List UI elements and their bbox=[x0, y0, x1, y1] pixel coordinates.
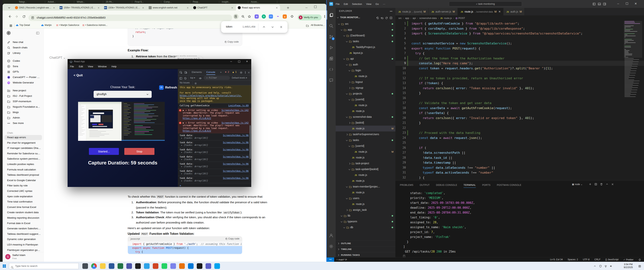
chat-item[interactable]: Convert time format Excel bbox=[4, 205, 42, 210]
status-item[interactable]: Spaces: 2 bbox=[568, 258, 578, 261]
breadcrumb-item[interactable]: api bbox=[412, 17, 416, 20]
taskbar-app-icon[interactable] bbox=[118, 263, 123, 269]
inspect-icon[interactable] bbox=[179, 70, 183, 74]
tab-close-icon[interactable] bbox=[97, 6, 100, 9]
panel-tab-ports[interactable]: PORTS bbox=[482, 184, 490, 186]
panel-tab-output[interactable]: OUTPUT bbox=[420, 184, 430, 186]
background-tab[interactable]: 25 PA... bbox=[106, 1, 114, 3]
close-button[interactable]: ✕ bbox=[246, 60, 248, 63]
tree-item[interactable]: JSroute.js bbox=[336, 73, 396, 79]
tree-item[interactable]: taskForSupremeUsers bbox=[336, 131, 396, 137]
new-folder-icon[interactable] bbox=[380, 16, 384, 19]
taskbar-app-icon[interactable] bbox=[214, 263, 220, 269]
volume-icon[interactable] bbox=[610, 264, 612, 267]
menu-window[interactable]: Window bbox=[98, 65, 106, 68]
error-count-badge[interactable]: ⊗ 2 bbox=[225, 71, 229, 73]
browser-tab[interactable]: WC150k+ TRANSLATIONS | Englis bbox=[58, 5, 102, 11]
chat-item[interactable]: Create random student data bbox=[4, 210, 42, 215]
chat-item[interactable]: Pie chart for engagement bbox=[4, 141, 42, 146]
tab-close-icon[interactable] bbox=[53, 6, 56, 9]
editor-tab[interactable]: JSauth-server.jsM bbox=[428, 8, 458, 15]
find-query[interactable]: token bbox=[226, 25, 232, 28]
remote-indicator[interactable]: >< bbox=[327, 257, 334, 262]
tree-item[interactable]: src bbox=[336, 21, 396, 27]
taskbar-clock[interactable]: 3:54 PM9/2/2025 bbox=[621, 263, 636, 269]
sidebar-app-item[interactable]: CCanvaGPT — Poster & Flyer... bbox=[4, 75, 42, 80]
background-tab[interactable]: Final S... bbox=[135, 1, 144, 3]
zoom-indicator-icon[interactable] bbox=[240, 14, 246, 19]
status-item[interactable]: UTF-8 bbox=[583, 258, 589, 261]
tree-item[interactable]: JSroute.js bbox=[336, 201, 396, 207]
taskbar-app-icon[interactable] bbox=[206, 263, 211, 269]
tree-item[interactable]: JSroute.js bbox=[336, 102, 396, 108]
window-minimize-button[interactable]: ─ bbox=[304, 6, 308, 9]
split-terminal-icon[interactable] bbox=[594, 182, 598, 186]
breadcrumb-item[interactable]: JSroute.js bbox=[440, 17, 452, 20]
tree-item[interactable]: team-member\[projec... bbox=[336, 184, 396, 190]
collapse-folders-icon[interactable] bbox=[390, 16, 392, 19]
sidebar-section-outline[interactable]: OUTLINE bbox=[336, 240, 396, 246]
shield-icon[interactable] bbox=[599, 264, 602, 267]
sidebar-project-item[interactable]: Admin bbox=[4, 115, 42, 120]
chat-item[interactable]: Salesforce system permissions ... bbox=[4, 156, 42, 162]
activity-account-icon[interactable] bbox=[327, 231, 336, 240]
sidebar-app-item[interactable]: GPTs bbox=[4, 69, 42, 74]
tab-close-icon[interactable] bbox=[186, 6, 190, 9]
tab-close-icon[interactable] bbox=[231, 6, 234, 9]
tree-item[interactable]: JSroute.js bbox=[336, 108, 396, 114]
menu-help[interactable]: Help bbox=[112, 65, 117, 68]
background-tab[interactable]: Peop... bbox=[193, 1, 200, 3]
bookmark-item[interactable]: Trip Detail bbox=[16, 24, 30, 27]
chat-item[interactable]: Meeting reporting discussion bbox=[4, 215, 42, 220]
tree-item[interactable]: JSroute.js bbox=[336, 155, 396, 161]
bookmark-item[interactable]: • Martjin Salesforce bbox=[56, 24, 79, 27]
tree-item[interactable]: (Dashboard) bbox=[336, 33, 396, 38]
chat-item[interactable]: Apex code explanation bbox=[4, 194, 42, 199]
chat-item[interactable]: Dynamic color generation bbox=[4, 237, 42, 242]
status-item[interactable]: Ln 9, Col 34 bbox=[550, 258, 562, 261]
sidebar-project-item[interactable]: New project bbox=[4, 88, 42, 93]
tree-item[interactable]: JSroute.js bbox=[336, 178, 396, 184]
sidebar-section-timeline[interactable]: TIMELINE bbox=[336, 246, 396, 252]
tree-item[interactable]: lib bbox=[336, 213, 396, 219]
sidebar-project-item[interactable]: SSP-momentum bbox=[4, 99, 42, 104]
activity-remote-icon[interactable] bbox=[327, 65, 336, 74]
tree-item[interactable]: api bbox=[336, 56, 396, 62]
background-tab[interactable]: Whats... bbox=[77, 1, 85, 3]
browser-tab[interactable]: www.english-welsh.net bbox=[147, 5, 191, 11]
activity-search-icon[interactable] bbox=[327, 21, 336, 30]
menu-more[interactable]: ··· bbox=[383, 3, 385, 6]
taskbar-app-icon[interactable] bbox=[100, 263, 106, 269]
chat-item[interactable]: Filter tasks by role bbox=[4, 183, 42, 188]
account-row[interactable]: S Saiful Islam Free bbox=[2, 252, 44, 262]
source-link[interactable]: LoginPage.js:89 bbox=[228, 104, 248, 107]
site-info-icon[interactable] bbox=[31, 16, 35, 20]
layout-secondary-icon[interactable] bbox=[603, 2, 606, 6]
editor-tab[interactable]: JSroute.js...\screenshot-dataM✕ bbox=[458, 8, 504, 15]
window-maximize[interactable] bbox=[626, 3, 628, 5]
panel-tab-postman-console[interactable]: POSTMAN CONSOLE bbox=[497, 184, 522, 186]
background-tab[interactable]: insight... bbox=[222, 1, 230, 3]
goo-gl-link[interactable]: https://goo.gl/LdLk22 bbox=[183, 117, 211, 120]
new-file-icon[interactable] bbox=[376, 16, 379, 19]
verify-profile-button[interactable]: S Verify it's you bbox=[298, 15, 322, 21]
tree-item[interactable]: [userId] bbox=[336, 143, 396, 149]
tree-item[interactable]: [userId] bbox=[336, 97, 396, 102]
minimize-button[interactable]: ─ bbox=[230, 60, 232, 63]
refresh-explorer-icon[interactable] bbox=[385, 16, 388, 19]
tree-item[interactable]: users bbox=[336, 195, 396, 201]
browser-tab[interactable]: DNS | Records | english-welsh.n bbox=[13, 5, 57, 11]
back-button[interactable] bbox=[7, 14, 12, 19]
chat-item[interactable]: Formula result calculation bbox=[4, 167, 42, 172]
start-button[interactable] bbox=[2, 264, 6, 268]
devtools-tab-elements[interactable]: Elements bbox=[192, 71, 202, 73]
menu-View[interactable]: View bbox=[366, 3, 372, 6]
breadcrumb-item[interactable]: POST bbox=[455, 17, 465, 20]
tree-item[interactable]: projects bbox=[336, 91, 396, 97]
window-close[interactable]: ✕ bbox=[634, 2, 637, 6]
extension-icon[interactable]: FT bbox=[269, 15, 273, 19]
goo-gl-link[interactable]: https://goo.gl/LdLk22 bbox=[183, 129, 211, 132]
taskbar-app-icon[interactable] bbox=[179, 263, 185, 269]
breadcrumbs[interactable]: src›app›api›screenshot-data›JSroute.js› … bbox=[396, 15, 644, 21]
eye-icon[interactable] bbox=[199, 76, 202, 79]
